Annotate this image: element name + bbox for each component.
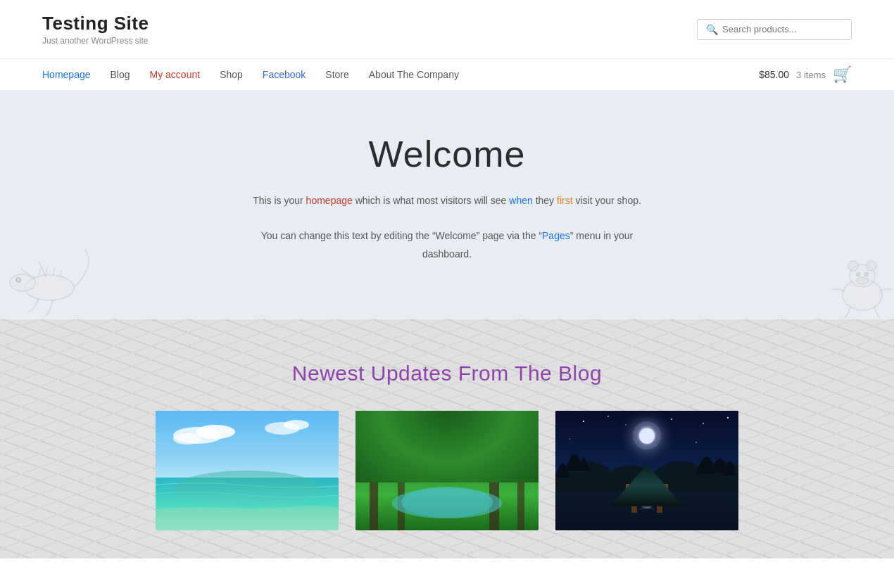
hero-title: Welcome <box>369 133 526 175</box>
svg-point-26 <box>415 411 479 459</box>
svg-rect-19 <box>398 446 405 530</box>
hero-animal-right <box>824 249 894 319</box>
header: Testing Site Just another WordPress site… <box>0 0 894 59</box>
night-lake-image <box>555 411 738 530</box>
svg-point-30 <box>633 421 661 449</box>
svg-point-33 <box>625 424 627 426</box>
nav-link-facebook[interactable]: Facebook <box>263 69 306 80</box>
nav-link-homepage[interactable]: Homepage <box>42 69 91 80</box>
nav-link-myaccount[interactable]: My account <box>150 69 201 80</box>
site-tagline: Just another WordPress site <box>42 36 149 46</box>
svg-point-23 <box>382 418 421 467</box>
cart-price: $85.00 <box>759 69 789 80</box>
search-icon: 🔍 <box>706 24 718 35</box>
hero-text: This is your homepage which is what most… <box>236 192 658 263</box>
main-nav: Homepage Blog My account Shop Facebook S… <box>0 59 894 91</box>
blog-section: Newest Updates From The Blog <box>0 319 894 558</box>
hero-paragraph1: This is your homepage which is what most… <box>236 192 658 210</box>
blog-section-title: Newest Updates From The Blog <box>42 362 852 385</box>
cart-items-count: 3 items <box>796 70 826 80</box>
blog-card-3[interactable] <box>555 411 738 530</box>
svg-point-8 <box>865 272 869 276</box>
svg-rect-17 <box>355 411 539 530</box>
cart-icon[interactable]: 🛒 <box>833 65 852 84</box>
svg-point-35 <box>703 423 704 424</box>
nav-link-shop[interactable]: Shop <box>220 69 243 80</box>
svg-point-25 <box>503 432 539 474</box>
nav-link-store[interactable]: Store <box>325 69 348 80</box>
svg-point-13 <box>173 433 201 445</box>
svg-point-5 <box>848 261 858 271</box>
svg-point-32 <box>607 416 609 417</box>
hero-link-when[interactable]: when <box>509 195 532 206</box>
blog-grid <box>42 411 852 530</box>
blog-card-2[interactable] <box>355 411 539 530</box>
cart-area: $85.00 3 items 🛒 <box>759 65 852 84</box>
svg-point-27 <box>401 487 493 518</box>
svg-rect-41 <box>657 487 662 513</box>
hero-paragraph2: You can change this text by editing the … <box>236 227 658 262</box>
nav-links: Homepage Blog My account Shop Facebook S… <box>42 59 459 90</box>
svg-rect-40 <box>631 485 637 513</box>
hero-link-first[interactable]: first <box>557 195 573 206</box>
svg-point-37 <box>569 438 570 440</box>
svg-rect-20 <box>489 449 499 530</box>
svg-point-38 <box>695 442 697 443</box>
svg-rect-42 <box>626 484 668 488</box>
svg-point-34 <box>671 418 672 420</box>
hero-link-homepage[interactable]: homepage <box>306 195 353 206</box>
hero-section: Welcome This is your homepage which is w… <box>0 91 894 319</box>
search-input[interactable] <box>722 24 843 34</box>
site-branding: Testing Site Just another WordPress site <box>42 13 149 46</box>
svg-point-22 <box>355 423 396 476</box>
hero-link-pages[interactable]: Pages <box>542 230 570 241</box>
svg-rect-21 <box>517 456 524 530</box>
svg-point-24 <box>473 421 515 471</box>
svg-point-9 <box>857 277 868 284</box>
forest-image <box>355 411 539 530</box>
svg-point-12 <box>196 425 235 439</box>
svg-point-15 <box>284 420 309 430</box>
svg-point-7 <box>857 272 860 276</box>
svg-point-31 <box>583 421 584 422</box>
search-bar[interactable]: 🔍 <box>697 19 852 40</box>
svg-rect-39 <box>555 492 738 530</box>
site-title: Testing Site <box>42 13 149 34</box>
svg-rect-18 <box>370 453 378 530</box>
svg-point-6 <box>867 261 876 271</box>
ocean-image <box>156 411 339 530</box>
nav-link-blog[interactable]: Blog <box>111 69 130 80</box>
svg-point-2 <box>16 278 20 282</box>
nav-link-about[interactable]: About The Company <box>369 69 459 80</box>
hero-animal-left <box>0 235 92 319</box>
svg-point-36 <box>727 417 729 418</box>
blog-card-1[interactable] <box>156 411 339 530</box>
